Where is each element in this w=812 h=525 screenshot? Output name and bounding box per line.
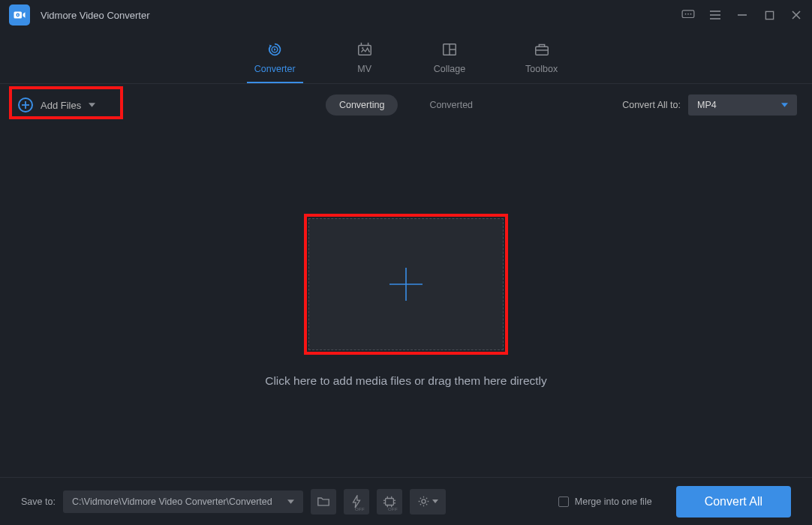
open-folder-button[interactable] xyxy=(311,489,336,514)
tab-toolbox-label: Toolbox xyxy=(525,64,558,74)
app-title: Vidmore Video Converter xyxy=(41,10,150,21)
tab-toolbox[interactable]: Toolbox xyxy=(525,41,558,83)
save-path-select[interactable]: C:\Vidmore\Vidmore Video Converter\Conve… xyxy=(63,490,303,513)
plus-icon xyxy=(386,265,426,304)
main-tabs: Converter MV Collage Toolbox xyxy=(0,30,812,84)
toolbox-icon xyxy=(533,41,551,58)
titlebar: Vidmore Video Converter xyxy=(0,0,812,30)
tab-mv[interactable]: MV xyxy=(356,41,374,83)
close-button[interactable] xyxy=(789,8,803,22)
output-format-value: MP4 xyxy=(697,100,717,110)
plus-circle-icon xyxy=(18,98,33,112)
tab-converter-label: Converter xyxy=(254,64,296,74)
main-content: Click here to add media files or drag th… xyxy=(0,126,812,476)
app-logo xyxy=(9,4,30,26)
chevron-down-icon xyxy=(781,103,788,107)
add-files-label: Add Files xyxy=(41,100,81,111)
svg-rect-10 xyxy=(765,11,773,19)
checkbox-icon xyxy=(558,496,569,507)
tab-converter[interactable]: Converter xyxy=(254,41,296,83)
merge-label: Merge into one file xyxy=(575,496,652,507)
high-speed-button[interactable]: OFF xyxy=(377,489,402,514)
output-format-select[interactable]: MP4 xyxy=(688,94,797,116)
mv-icon xyxy=(356,41,374,58)
camera-play-icon xyxy=(13,8,26,22)
svg-rect-21 xyxy=(535,46,548,55)
svg-point-4 xyxy=(687,14,689,15)
svg-point-3 xyxy=(685,14,687,15)
svg-rect-27 xyxy=(385,498,393,505)
merge-checkbox[interactable]: Merge into one file xyxy=(558,496,652,507)
folder-icon xyxy=(317,496,330,507)
off-label: OFF xyxy=(355,507,365,512)
svg-point-5 xyxy=(690,14,692,15)
chevron-down-icon xyxy=(89,103,95,107)
minimize-button[interactable] xyxy=(735,8,749,22)
toolbar: Add Files Converting Converted Convert A… xyxy=(0,84,812,126)
convert-all-button[interactable]: Convert All xyxy=(676,486,791,518)
menu-icon[interactable] xyxy=(708,8,722,22)
converter-icon xyxy=(266,41,284,58)
tab-mv-label: MV xyxy=(357,64,371,74)
chevron-down-icon xyxy=(287,500,294,504)
svg-point-36 xyxy=(422,500,426,503)
save-path-value: C:\Vidmore\Vidmore Video Converter\Conve… xyxy=(72,496,272,507)
chevron-down-icon xyxy=(432,500,438,503)
svg-point-17 xyxy=(362,47,363,49)
tab-collage-label: Collage xyxy=(434,64,465,74)
convert-all-to-label: Convert All to: xyxy=(622,100,681,110)
file-dropzone[interactable] xyxy=(308,218,504,350)
dropzone-instruction: Click here to add media files or drag th… xyxy=(265,374,547,388)
maximize-button[interactable] xyxy=(762,8,776,22)
window-controls xyxy=(681,8,803,22)
collage-icon xyxy=(441,41,459,58)
gpu-accel-button[interactable]: OFF xyxy=(344,489,369,514)
tab-collage[interactable]: Collage xyxy=(434,41,465,83)
add-files-button[interactable]: Add Files xyxy=(15,94,98,116)
settings-button[interactable] xyxy=(410,489,446,514)
gear-icon xyxy=(417,495,430,508)
converted-tab[interactable]: Converted xyxy=(416,94,486,116)
converting-tab[interactable]: Converting xyxy=(326,94,398,116)
footer: Save to: C:\Vidmore\Vidmore Video Conver… xyxy=(0,477,812,525)
off-label: OFF xyxy=(388,507,398,512)
save-to-label: Save to: xyxy=(21,496,56,507)
feedback-icon[interactable] xyxy=(681,8,695,22)
